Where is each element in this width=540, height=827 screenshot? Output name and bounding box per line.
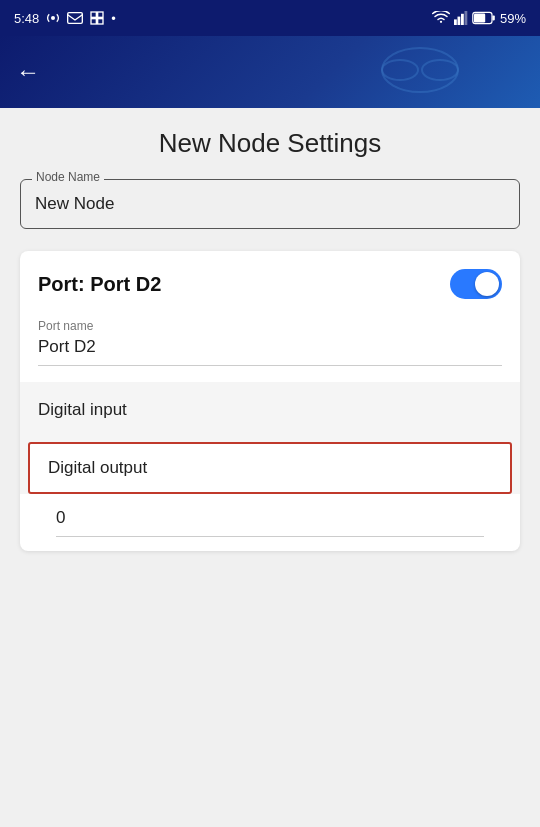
- antenna-icon: [45, 10, 61, 26]
- battery-icon: [472, 11, 496, 25]
- port-title: Port: Port D2: [38, 273, 161, 296]
- svg-rect-1: [68, 13, 83, 24]
- svg-rect-12: [492, 16, 494, 21]
- toggle-thumb: [475, 272, 499, 296]
- value-field-inner: 0: [56, 498, 484, 537]
- svg-rect-7: [457, 17, 460, 25]
- svg-rect-2: [91, 12, 96, 17]
- value-text: 0: [56, 508, 484, 537]
- svg-point-15: [422, 60, 458, 80]
- dot-indicator: •: [111, 11, 116, 26]
- signal-icon: [454, 11, 468, 25]
- page-title: New Node Settings: [20, 128, 520, 159]
- header-bar: ←: [0, 36, 540, 108]
- back-button[interactable]: ←: [16, 60, 40, 84]
- status-right: 59%: [432, 11, 526, 26]
- node-name-input[interactable]: [20, 179, 520, 229]
- svg-rect-4: [91, 19, 96, 24]
- svg-rect-3: [98, 12, 103, 17]
- svg-point-14: [382, 60, 418, 80]
- dropdown-item-digital-output[interactable]: Digital output: [28, 442, 512, 494]
- port-name-field: Port name Port D2: [38, 319, 502, 366]
- svg-rect-11: [474, 14, 485, 23]
- dropdown-item-digital-input[interactable]: Digital input: [20, 382, 520, 438]
- node-name-label: Node Name: [32, 170, 104, 184]
- time-display: 5:48: [14, 11, 39, 26]
- header-logo: [380, 45, 460, 99]
- battery-percent: 59%: [500, 11, 526, 26]
- toggle-switch[interactable]: [450, 269, 502, 299]
- app-icon: [89, 10, 105, 26]
- wifi-icon: [432, 11, 450, 25]
- port-name-label: Port name: [38, 319, 502, 333]
- value-field: 0: [38, 498, 502, 551]
- svg-point-13: [382, 48, 458, 92]
- node-name-container: Node Name: [20, 179, 520, 229]
- port-card: Port: Port D2 Port name Port D2 Digital …: [20, 251, 520, 551]
- email-icon: [67, 12, 83, 24]
- svg-rect-5: [98, 19, 103, 24]
- status-bar: 5:48 • 59%: [0, 0, 540, 36]
- port-header: Port: Port D2: [38, 269, 502, 299]
- svg-rect-9: [464, 11, 467, 25]
- svg-point-0: [51, 16, 55, 20]
- port-name-value: Port D2: [38, 337, 502, 366]
- svg-rect-8: [461, 14, 464, 25]
- svg-rect-6: [454, 19, 457, 25]
- status-left: 5:48 •: [14, 10, 116, 26]
- main-content: New Node Settings Node Name Port: Port D…: [0, 108, 540, 571]
- dropdown-area: Digital input Digital output: [20, 382, 520, 494]
